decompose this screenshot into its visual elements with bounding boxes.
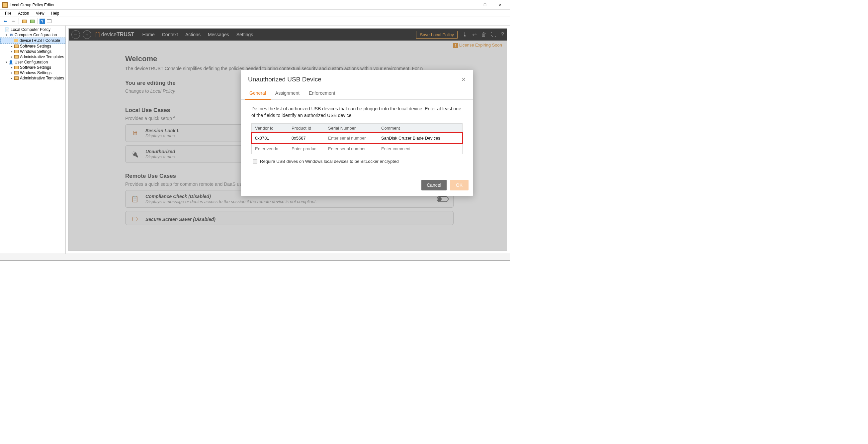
col-comment: Comment (378, 124, 462, 132)
usb-row-2[interactable] (252, 144, 462, 154)
close-button[interactable]: ✕ (492, 0, 508, 10)
tree-sidebar[interactable]: 📄 Local Computer Policy ▾ 🖥 Computer Con… (0, 26, 66, 254)
tree-devicetrust-console[interactable]: deviceTRUST Console (0, 37, 65, 43)
bitlocker-row[interactable]: Require USB drives on Windows local devi… (253, 159, 461, 164)
tree-label: Administrative Templates (20, 76, 64, 81)
bitlocker-checkbox[interactable] (253, 159, 257, 164)
toolbar-icon-3[interactable] (45, 18, 53, 25)
modal-description: Defines the list of authorized USB devic… (251, 106, 463, 119)
tree-label: Software Settings (20, 65, 51, 70)
folder-icon (13, 38, 19, 43)
tab-enforcement[interactable]: Enforcement (304, 88, 340, 99)
expander-icon[interactable]: ▸ (10, 77, 13, 80)
expander-icon[interactable]: ▸ (10, 45, 13, 48)
modal-title: Unauthorized USB Device (248, 76, 461, 83)
modal-close-button[interactable]: ✕ (461, 76, 466, 83)
col-product: Product Id (288, 124, 325, 132)
serial-input[interactable] (325, 133, 378, 143)
folder-icon (13, 70, 19, 75)
folder-icon (13, 55, 19, 59)
tree-software-settings-1[interactable]: ▸ Software Settings (0, 43, 65, 49)
tree-admin-templates-1[interactable]: ▸ Administrative Templates (0, 54, 65, 59)
toolbar-separator-2 (37, 18, 38, 24)
tree-root[interactable]: 📄 Local Computer Policy (0, 27, 65, 32)
content-frame: ← → [ ] deviceTRUST Home Context Actions… (68, 28, 507, 251)
toolbar-icon-1[interactable] (21, 18, 28, 25)
tab-general[interactable]: General (245, 88, 271, 100)
ok-button[interactable]: OK (450, 180, 468, 190)
comment-input[interactable] (378, 144, 462, 154)
modal-tabs: General Assignment Enforcement (241, 88, 473, 100)
computer-icon: 🖥 (8, 33, 13, 37)
tree-windows-settings-1[interactable]: ▸ Windows Settings (0, 49, 65, 54)
menu-file[interactable]: File (2, 10, 14, 16)
policy-icon: 📄 (4, 27, 10, 32)
menubar: File Action View Help (0, 10, 510, 17)
status-bar (0, 254, 510, 260)
expander-icon[interactable]: ▾ (4, 33, 8, 36)
comment-input[interactable] (378, 133, 462, 143)
tab-assignment[interactable]: Assignment (271, 88, 304, 99)
usb-row-1[interactable] (252, 133, 462, 144)
menu-view[interactable]: View (33, 10, 48, 16)
menu-help[interactable]: Help (48, 10, 63, 16)
tree-label: Software Settings (20, 44, 51, 49)
expander-icon[interactable]: ▾ (4, 60, 8, 64)
folder-icon (13, 49, 19, 54)
expander-icon[interactable]: ▸ (10, 55, 13, 58)
tree-software-settings-2[interactable]: ▸ Software Settings (0, 65, 65, 70)
tree-label: User Configuration (14, 60, 48, 64)
help-icon[interactable]: ? (39, 19, 45, 24)
expander-icon[interactable]: ▸ (10, 50, 13, 53)
minimize-button[interactable]: ― (462, 0, 477, 10)
product-input[interactable] (288, 144, 325, 154)
product-input[interactable] (288, 133, 325, 143)
tree-label: deviceTRUST Console (20, 38, 60, 43)
cancel-button[interactable]: Cancel (422, 180, 446, 190)
forward-button[interactable]: ➡ (10, 18, 17, 25)
window-titlebar: Local Group Policy Editor ― ☐ ✕ (0, 0, 510, 10)
vendor-input[interactable] (252, 133, 288, 143)
tree-computer-config[interactable]: ▾ 🖥 Computer Configuration (0, 32, 65, 37)
tree-label: Local Computer Policy (11, 27, 51, 32)
tree-admin-templates-2[interactable]: ▸ Administrative Templates (0, 76, 65, 81)
expander-icon[interactable]: ▸ (10, 71, 13, 75)
maximize-button[interactable]: ☐ (477, 0, 492, 10)
col-serial: Serial Number (325, 124, 378, 132)
tree-label: Windows Settings (20, 70, 52, 75)
tree-label: Administrative Templates (20, 55, 64, 59)
back-button[interactable]: ⬅ (2, 18, 9, 25)
col-vendor: Vendor Id (252, 124, 288, 132)
bitlocker-label: Require USB drives on Windows local devi… (260, 159, 399, 164)
expander-icon[interactable]: ▸ (10, 66, 13, 69)
toolbar: ⬅ ➡ ? (0, 17, 510, 26)
toolbar-icon-2[interactable] (29, 18, 36, 25)
tree-label: Computer Configuration (14, 33, 57, 37)
table-header: Vendor Id Product Id Serial Number Comme… (252, 124, 462, 133)
app-icon (2, 2, 8, 8)
menu-action[interactable]: Action (14, 10, 32, 16)
vendor-input[interactable] (252, 144, 288, 154)
window-title: Local Group Policy Editor (10, 3, 462, 7)
folder-icon (13, 44, 19, 49)
serial-input[interactable] (325, 144, 378, 154)
folder-icon (13, 76, 19, 81)
usb-table: Vendor Id Product Id Serial Number Comme… (251, 123, 463, 154)
user-icon: 👤 (8, 60, 13, 64)
toolbar-separator (19, 18, 19, 24)
modal-unauthorized-usb: Unauthorized USB Device ✕ General Assign… (241, 70, 473, 196)
tree-user-config[interactable]: ▾ 👤 User Configuration (0, 59, 65, 65)
folder-icon (13, 65, 19, 70)
tree-windows-settings-2[interactable]: ▸ Windows Settings (0, 70, 65, 76)
tree-label: Windows Settings (20, 49, 52, 54)
